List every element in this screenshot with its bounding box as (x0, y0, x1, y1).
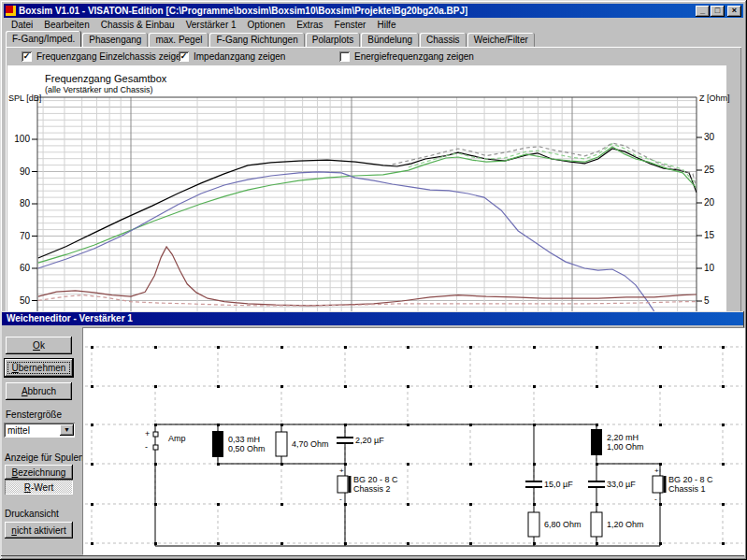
grid-dot (722, 385, 725, 388)
menu-item-bearbeiten[interactable]: Bearbeiten (38, 19, 94, 31)
component-label: 2,20 mH (607, 433, 639, 442)
component-capacitor-kondensator-3[interactable]: 33,0 µF (588, 480, 636, 489)
component-resistor-widerstand-3[interactable]: 1,20 Ohm (591, 512, 644, 537)
tab-f-gang-richtungen[interactable]: F-Gang Richtungen (209, 33, 304, 47)
tab-polarplots[interactable]: Polarplots (306, 33, 360, 47)
y-axis-label-right: Z [Ohm] (699, 93, 730, 103)
grid-dot (91, 424, 93, 426)
component-label: Chassis 2 (353, 484, 391, 494)
r-wert-button[interactable]: R-Wert (5, 480, 73, 495)
grid-dot (217, 542, 220, 545)
tab-weiche-filter[interactable]: Weiche/Filter (467, 33, 535, 47)
tab-max-pegel[interactable]: max. Pegel (149, 33, 208, 47)
chart-title: Frequenzgang Gesamtbox (45, 73, 167, 84)
grid-dot (217, 346, 220, 349)
grid-dot (91, 542, 93, 545)
grid-dot (344, 346, 347, 349)
component-label: 4,70 Ohm (292, 439, 329, 449)
speaker-box (653, 476, 663, 493)
tick-label-spl-70: 70 (20, 231, 31, 241)
checkbox-frequenzgang[interactable]: ✓Frequenzgang Einzelchassis zeigen (22, 50, 186, 62)
checkbox-impedanzgang[interactable]: ✓Impedanzgang zeigen (179, 50, 285, 62)
tick-label-z-20: 20 (704, 197, 715, 208)
close-button[interactable]: × (727, 6, 741, 17)
grid-dot (722, 503, 725, 506)
component-inductor-spule-2[interactable]: 2,20 mH1,00 Ohm (591, 429, 644, 455)
maximize-button[interactable]: □ (711, 6, 725, 17)
menu-item-chassis-einbau[interactable]: Chassis & Einbau (95, 19, 180, 31)
component-capacitor-kondensator-1[interactable]: 2,20 µF (337, 436, 384, 445)
tick-label-z-30: 30 (704, 132, 715, 142)
grid-dot (659, 385, 662, 388)
uebernehmen-button[interactable]: Übernehmen (4, 358, 74, 378)
chevron-down-icon[interactable]: ▼ (60, 424, 74, 436)
menu-item-verst-rker-1[interactable]: Verstärker 1 (180, 19, 242, 31)
nicht-aktiviert-button[interactable]: nicht aktiviert (5, 522, 73, 538)
grid-dot (722, 346, 725, 349)
component-label: 33,0 µF (607, 480, 636, 489)
app-icon (6, 6, 16, 16)
grid-dot (344, 385, 347, 388)
titlebar-buttons: _ □ × (696, 6, 741, 17)
checkbox-energiefrequenzgang[interactable]: Energiefrequenzgang zeigen (339, 50, 474, 62)
grid-dot (407, 463, 409, 466)
series-group (38, 143, 697, 311)
component-speaker-chassis-1[interactable]: +-BG 20 - 8 CChassis 1 (653, 467, 713, 503)
component-label: 6,80 Ohm (544, 520, 582, 529)
amp-plus-sign: + (145, 429, 150, 438)
checkbox-box[interactable] (339, 51, 350, 62)
component-label: Chassis 1 (668, 484, 706, 494)
grid-dot (407, 542, 409, 545)
tick-label-spl-50: 50 (20, 295, 31, 306)
weicheneditor-body: Ok Übernehmen Abbruch Fenstergröße mitte… (2, 325, 743, 555)
tab-chassis[interactable]: Chassis (420, 33, 467, 47)
speaker-minus-sign: - (339, 495, 342, 503)
menu-item-extras[interactable]: Extras (291, 19, 328, 31)
menu-item-datei[interactable]: Datei (6, 19, 38, 31)
speaker-minus-sign: - (654, 495, 657, 503)
tabstrip: F-Gang/Imped.Phasengangmax. PegelF-Gang … (6, 31, 536, 47)
spulen-label: Anzeige für Spulen (5, 452, 84, 463)
ok-button[interactable]: Ok (6, 337, 72, 354)
menu-item-hilfe[interactable]: Hilfe (371, 19, 401, 31)
component-speaker-chassis-2[interactable]: +-BG 20 - 8 CChassis 2 (338, 467, 398, 503)
screen: Boxsim V1.01 - VISATON-Edition [C:\Progr… (0, 0, 747, 560)
checkbox-box[interactable]: ✓ (22, 51, 32, 62)
amp-label: Amp (168, 434, 186, 443)
chart-subtitle: (alle Verstärker und Chassis) (45, 85, 153, 94)
grid-dot (217, 503, 220, 506)
speaker-plus-sign: + (339, 467, 344, 475)
bezeichnung-button[interactable]: Bezeichnung (5, 465, 73, 480)
grid-dot (154, 385, 157, 388)
component-label: 1,00 Ohm (607, 442, 644, 452)
grid-dot (91, 503, 93, 506)
amp-plus-terminal (153, 432, 158, 437)
weicheneditor-titlebar: Weicheneditor - Verstärker 1 (2, 312, 743, 325)
tab-b-ndelung[interactable]: Bündelung (361, 33, 419, 47)
component-capacitor-kondensator-2[interactable]: 15,0 µF (525, 480, 573, 489)
resistor-body (591, 512, 602, 537)
component-inductor-spule-1[interactable]: 0,33 mH0,50 Ohm (212, 431, 266, 457)
menu-item-optionen[interactable]: Optionen (242, 19, 292, 31)
component-label: BG 20 - 8 C (668, 475, 713, 484)
fenstergroesse-label: Fenstergröße (6, 409, 62, 420)
component-resistor-widerstand-1[interactable]: 4,70 Ohm (276, 432, 329, 456)
checkbox-box[interactable]: ✓ (179, 51, 189, 62)
series-chassis-1 (38, 147, 697, 263)
grid-dot (217, 385, 220, 388)
fenstergroesse-dropdown[interactable]: mittel ▼ (4, 423, 75, 438)
crossover-schematic: +-Amp0,33 mH0,50 Ohm4,70 Ohm2,20 µF+-BG … (83, 328, 744, 554)
menubar: DateiBearbeitenChassis & EinbauVerstärke… (6, 19, 741, 31)
tab-f-gang-imped-[interactable]: F-Gang/Imped. (6, 31, 81, 47)
grid-dot (533, 385, 536, 388)
amp-symbol[interactable]: +-Amp (145, 429, 186, 452)
grid-dot (533, 346, 536, 349)
component-resistor-widerstand-2[interactable]: 6,80 Ohm (528, 512, 582, 537)
resistor-body (276, 432, 287, 456)
minimize-button[interactable]: _ (696, 6, 710, 17)
abbruch-button[interactable]: Abbruch (6, 382, 72, 400)
grid-dot (469, 542, 472, 545)
druckansicht-label: Druckansicht (5, 509, 59, 519)
tab-phasengang[interactable]: Phasengang (82, 33, 148, 47)
menu-item-fenster[interactable]: Fenster (329, 19, 372, 31)
